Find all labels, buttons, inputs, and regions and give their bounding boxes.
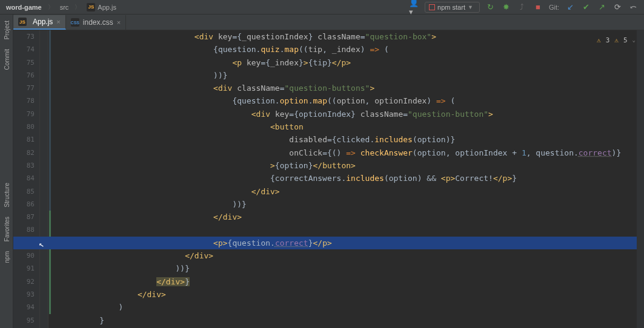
warning-count-a: 3 [606,34,610,47]
code-line[interactable]: <div key={_questionIndex} className="que… [52,30,633,43]
run-config-label: npm start [437,4,465,11]
code-line[interactable]: <p>{question.correct}</p> [52,237,633,249]
code-line[interactable]: <button [52,120,633,133]
code-line[interactable]: </div> [52,249,633,262]
chevron-down-icon: ⌄ [632,34,636,47]
line-number[interactable]: 77 [13,82,35,94]
git-label: Git: [549,4,559,11]
chevron-right-icon: 〉 [73,3,82,11]
line-number[interactable]: 76 [13,69,35,82]
code-line[interactable]: onClick={() => checkAnswer(option, optio… [52,146,633,159]
line-number-gutter[interactable]: 7374757677787980818283848586878889909192… [13,30,40,328]
line-number[interactable]: 74 [13,43,35,56]
line-number[interactable]: 75 [13,56,35,69]
code-line[interactable]: </div>} [52,275,633,288]
npm-icon [429,4,435,10]
line-number[interactable]: 81 [13,133,35,146]
sidebar-item-structure[interactable]: Structure [0,178,13,212]
tab-index-css[interactable]: CSS index.css × [66,15,126,30]
line-number[interactable]: 84 [13,172,35,185]
code-line[interactable]: ) [52,301,633,313]
code-line[interactable] [52,223,633,236]
code-line[interactable]: {correctAnswers.includes(option) && <p>C… [52,172,633,185]
line-number[interactable]: 91 [13,262,35,275]
line-number[interactable]: 95 [13,314,35,327]
toolbar-right: 👤▾ npm start ▼ ↻ ✸ ⤴ ■ Git: ↙ ✔ ↗ ⟳ ⤺ [409,2,644,13]
code-line[interactable]: {question.option.map((option, optionInde… [52,94,633,107]
code-line[interactable]: <div className="question-buttons"> [52,82,633,94]
code-line[interactable]: ))} [52,262,633,275]
editor-tabs: JS App.js × CSS index.css × [13,15,644,30]
breadcrumb-file-label: App.js [98,4,116,11]
js-file-icon: JS [18,18,27,26]
sidebar-item-npm[interactable]: npm [0,246,13,267]
run-icon[interactable]: ↻ [486,2,496,12]
line-number[interactable]: 87 [13,211,35,223]
line-number[interactable]: 93 [13,288,35,301]
code-line[interactable]: </div> [52,211,633,223]
tab-label: App.js [33,18,53,26]
breadcrumb-file[interactable]: JS App.js [83,2,120,13]
warning-count-b: 5 [623,34,628,47]
git-update-icon[interactable]: ↙ [565,2,575,12]
code-line[interactable]: </div> [52,185,633,198]
close-icon[interactable]: × [56,18,60,25]
code-line[interactable]: {question.quiz.map((tip, _index) => ( [52,43,633,56]
chevron-right-icon: 〉 [47,3,55,11]
tab-app-js[interactable]: JS App.js × [13,15,66,30]
line-number[interactable]: 86 [13,198,35,211]
vcs-change-marker[interactable] [49,211,51,313]
code-line[interactable]: ))} [52,69,633,82]
warning-icon: ⚠ [597,34,601,47]
line-number[interactable]: 78 [13,94,35,107]
code-line[interactable]: </div> [52,288,633,301]
breadcrumb: word-game 〉 src 〉 JS App.js [0,2,409,13]
sidebar-item-project[interactable]: Project [0,16,13,44]
line-number[interactable]: 83 [13,159,35,172]
line-number[interactable]: 88 [13,223,35,236]
history-icon[interactable]: ⟳ [612,2,622,12]
git-push-icon[interactable]: ↗ [597,2,606,12]
sidebar-item-commit[interactable]: Commit [0,44,13,74]
line-number[interactable]: 73 [13,30,35,43]
left-tool-strip: Project Commit Structure Favorites npm [0,15,13,328]
git-commit-icon[interactable]: ✔ [581,2,591,12]
inspection-widget[interactable]: ⚠3 ⚠5 ⌄ [597,34,636,47]
warning-icon: ⚠ [614,34,619,47]
code-line[interactable]: >{option}</button> [52,159,633,172]
fold-column[interactable] [40,30,48,328]
revert-icon[interactable]: ⤺ [628,2,638,12]
vcs-change-marker[interactable] [49,30,51,211]
line-number[interactable]: 80 [13,120,35,133]
code-line[interactable]: } [52,314,633,327]
chevron-down-icon: ▼ [468,4,473,10]
sidebar-item-favorites[interactable]: Favorites [0,212,13,246]
close-icon[interactable]: × [117,19,121,26]
breadcrumb-project[interactable]: word-game [2,2,45,12]
error-stripe[interactable] [637,30,644,328]
line-number[interactable]: 90 [13,249,35,262]
run-config-selector[interactable]: npm start ▼ [425,2,480,13]
code-editor[interactable]: 7374757677787980818283848586878889909192… [13,30,644,328]
breadcrumb-folder[interactable]: src [56,2,73,12]
user-icon[interactable]: 👤▾ [409,2,419,12]
tab-label: index.css [83,18,113,27]
line-number[interactable]: 79 [13,108,35,120]
debug-icon[interactable]: ✸ [502,2,511,12]
code-line[interactable]: ))} [52,198,633,211]
js-file-icon: JS [87,3,95,11]
coverage-icon[interactable]: ⤴ [517,2,527,12]
line-number[interactable]: 85 [13,185,35,198]
css-file-icon: CSS [71,18,79,27]
code-content[interactable]: <div key={_questionIndex} className="que… [52,30,633,328]
code-line[interactable]: <p key={_index}>{tip}</p> [52,56,633,69]
line-number[interactable]: 92 [13,275,35,288]
line-number[interactable]: 94 [13,301,35,313]
code-line[interactable]: <div key={optionIndex} className="questi… [52,108,633,120]
nav-bar: word-game 〉 src 〉 JS App.js 👤▾ npm start… [0,0,644,15]
code-line[interactable]: disabled={clicked.includes(option)} [52,133,633,146]
line-number[interactable]: 82 [13,146,35,159]
stop-icon[interactable]: ■ [533,2,543,12]
